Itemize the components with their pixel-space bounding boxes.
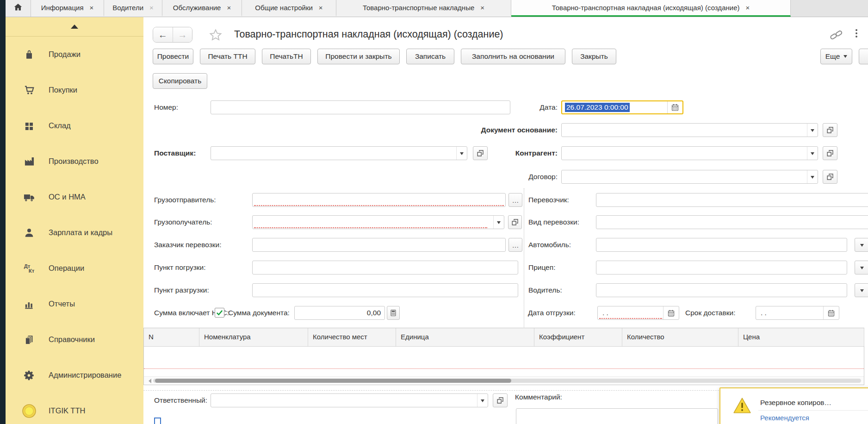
pricep-dropdown-button[interactable]	[855, 261, 868, 274]
home-button[interactable]	[6, 0, 31, 17]
sidebar-item-otchety[interactable]: Отчеты	[6, 286, 143, 322]
pechat-tn-button[interactable]: ПечатьТН	[262, 49, 311, 64]
table-body-empty[interactable]	[144, 347, 864, 376]
calendar-icon	[667, 309, 675, 317]
gruzootpravitel-input[interactable]	[252, 193, 506, 207]
horizontal-scrollbar[interactable]	[144, 376, 864, 385]
more-button[interactable]: Еще	[820, 49, 852, 64]
column-header-cena[interactable]: Цена	[738, 328, 864, 346]
voditel-input[interactable]	[596, 283, 847, 297]
column-header-edinica[interactable]: Единица	[396, 328, 534, 346]
gruzopoluchatel-input[interactable]	[252, 215, 504, 229]
column-header-nomenklatura[interactable]: Номенклатура	[199, 328, 308, 346]
zapolnit-na-osnovanii-button[interactable]: Заполнить на основании	[461, 49, 565, 64]
tab-informaciya[interactable]: Информация ×	[31, 0, 104, 17]
avtomobil-dropdown-button[interactable]	[855, 238, 868, 252]
back-button[interactable]: ←	[153, 27, 173, 42]
otvetstvennyi-input[interactable]	[211, 393, 488, 407]
dropdown-button[interactable]	[807, 170, 818, 183]
tab-close-icon[interactable]: ×	[480, 4, 484, 12]
scroll-left-icon[interactable]	[146, 379, 151, 383]
dogovor-open-button[interactable]	[823, 170, 837, 184]
calendar-picker-button[interactable]	[823, 306, 839, 319]
skopirovat-button[interactable]: Скопировать	[153, 73, 207, 89]
srok-dostavki-label: Срок доставки:	[685, 306, 735, 320]
sidebar-item-pokupki[interactable]: Покупки	[6, 72, 143, 108]
postavshik-open-button[interactable]	[473, 146, 488, 160]
avtomobil-input[interactable]	[596, 238, 847, 252]
sidebar-item-os-i-nma[interactable]: ОС и НМА	[6, 179, 143, 215]
column-header-kolichestvo[interactable]: Количество	[622, 328, 738, 346]
otvetstvennyi-open-button[interactable]	[493, 393, 508, 407]
dropdown-button[interactable]	[493, 216, 504, 229]
sidebar-item-proizvodstvo[interactable]: Производство	[6, 143, 143, 179]
summa-vkl-nds-checkbox[interactable]	[215, 308, 224, 318]
dropdown-button[interactable]	[477, 394, 488, 407]
postavshik-input[interactable]	[211, 146, 467, 160]
pricep-input[interactable]	[596, 261, 847, 274]
gruzopoluchatel-open-button[interactable]	[508, 215, 522, 229]
backup-notification-popup[interactable]: Резервное копиров… Рекомендуется	[719, 387, 868, 424]
zapisat-button[interactable]: Записать	[406, 49, 454, 64]
kommentarii-input[interactable]	[516, 408, 718, 424]
tab-obshchie-nastroyki[interactable]: Общие настройки ×	[242, 0, 336, 17]
srok-dostavki-input[interactable]: . .	[756, 306, 839, 320]
zakazchik-perevozki-input[interactable]	[252, 238, 506, 252]
pechat-ttn-button[interactable]: Печать ТТН	[200, 49, 255, 64]
tab-ttn-list[interactable]: Товарно-транспортные накладные ×	[336, 0, 511, 17]
dogovor-input[interactable]	[561, 170, 818, 184]
chevron-down-icon	[860, 244, 864, 249]
column-header-koefficient[interactable]: Коэффициент	[534, 328, 622, 346]
kontragent-open-button[interactable]	[823, 146, 837, 160]
notification-link[interactable]: Рекомендуется	[760, 414, 809, 422]
sidebar-item-prodazhi[interactable]: Продажи	[6, 37, 143, 72]
kontragent-input[interactable]	[561, 146, 818, 160]
dropdown-button[interactable]	[807, 124, 818, 137]
otvetstvennyi-label: Ответственный:	[154, 393, 207, 407]
zakryt-button[interactable]: Закрыть	[572, 49, 616, 64]
calculator-button[interactable]	[387, 306, 400, 320]
data-otgruzki-input[interactable]: . .	[597, 306, 679, 320]
column-header-kolichestvo-mest[interactable]: Количество мест	[308, 328, 396, 346]
dropdown-button[interactable]	[807, 147, 818, 160]
tab-obsluzhivanie[interactable]: Обслуживание ×	[162, 0, 242, 17]
get-link-icon[interactable]	[830, 29, 843, 44]
scrollbar-thumb[interactable]	[155, 379, 511, 383]
voditel-dropdown-button[interactable]	[855, 283, 868, 297]
more-commands-icon[interactable]	[856, 29, 857, 37]
dropdown-button[interactable]	[456, 147, 467, 160]
perevozchik-input[interactable]	[596, 193, 868, 207]
data-input[interactable]: 26.07.2023 0:00:00	[561, 100, 683, 114]
nomer-input[interactable]	[211, 100, 510, 114]
tab-close-icon[interactable]: ×	[149, 4, 154, 12]
sidebar-item-operacii[interactable]: ДтКт Операции	[6, 250, 143, 286]
tab-voditeli[interactable]: Водители ×	[104, 0, 162, 17]
tab-close-icon[interactable]: ×	[227, 4, 231, 12]
tab-close-icon[interactable]: ×	[319, 4, 323, 12]
punkt-razgruzki-input[interactable]	[252, 283, 518, 297]
provesti-button[interactable]: Провести	[153, 49, 193, 64]
calendar-picker-button[interactable]	[667, 101, 682, 113]
tab-ttn-create-active[interactable]: Товарно-транспортная накладная (исходяща…	[511, 0, 791, 17]
calendar-picker-button[interactable]	[663, 306, 679, 319]
tab-close-icon[interactable]: ×	[745, 4, 750, 12]
tab-close-icon[interactable]: ×	[90, 4, 94, 12]
gruzootpravitel-choose-button[interactable]: …	[508, 193, 522, 207]
vid-perevozki-input[interactable]	[596, 215, 868, 229]
clipped-help-button[interactable]	[859, 49, 868, 64]
punkt-pogruzki-input[interactable]	[252, 261, 518, 274]
provesti-i-zakryt-button[interactable]: Провести и закрыть	[317, 49, 400, 64]
dokument-osnovanie-input[interactable]	[561, 123, 818, 137]
sidebar-item-zarplata-i-kadry[interactable]: Зарплата и кадры	[6, 215, 143, 250]
sidebar-item-itgik-tth[interactable]: ITGIK TTH	[6, 393, 143, 424]
dokument-osnovanie-open-button[interactable]	[823, 123, 837, 137]
column-header-n[interactable]: N	[144, 328, 199, 346]
sidebar-item-spravochniki[interactable]: Справочники	[6, 322, 143, 357]
summa-dokumenta-input[interactable]: 0,00	[294, 306, 385, 320]
sidebar-item-sklad[interactable]: Склад	[6, 108, 143, 143]
favorite-star-icon[interactable]	[209, 28, 223, 44]
sidebar-item-administrirovanie[interactable]: Администрирование	[6, 357, 143, 393]
zakazchik-choose-button[interactable]: …	[508, 238, 522, 252]
sidebar-collapse-button[interactable]	[6, 17, 143, 37]
forward-button[interactable]: →	[173, 27, 192, 42]
